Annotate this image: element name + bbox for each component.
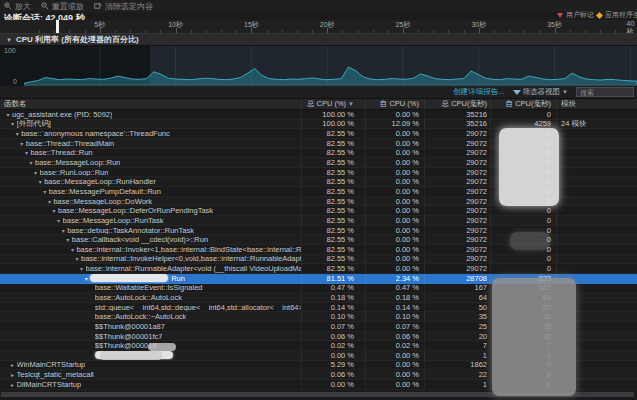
profiler-toolbar: 放大 重置缩放 清除选定内容: [0, 0, 637, 12]
search-input[interactable]: [576, 87, 634, 97]
module-cell: [556, 206, 637, 215]
total-cpu-pct-cell: 0.02 %: [301, 341, 365, 350]
self-cpu-ms-cell: 0: [490, 264, 556, 273]
column-header-function-name[interactable]: 函数名: [0, 99, 301, 109]
total-cpu-pct-cell: 82.55 %: [301, 187, 365, 196]
function-name: base::MessageLoop::DoWork: [53, 197, 152, 206]
total-cpu-pct-cell: 0.06 %: [301, 332, 365, 341]
total-cpu-ms-cell: 25: [424, 322, 490, 331]
column-header-module[interactable]: 模块: [556, 99, 637, 109]
tree-expander-icon[interactable]: ▾: [4, 111, 12, 118]
total-cpu-ms-cell: 22: [424, 370, 490, 379]
tree-expander-icon[interactable]: ▾: [73, 255, 81, 262]
total-cpu-ms-cell: 35216: [424, 120, 490, 129]
tree-expander-icon[interactable]: ▾: [68, 246, 76, 253]
column-header-total-cpu-pct[interactable]: 总 CPU (%) ▼: [301, 99, 365, 109]
total-cpu-ms-cell: 29072: [424, 264, 490, 273]
total-cpu-pct-cell: 0.00 %: [301, 351, 365, 360]
module-cell: [556, 139, 637, 148]
clear-selection-button[interactable]: 清除选定内容: [94, 1, 153, 12]
column-header-total-cpu-ms[interactable]: 总 CPU(毫秒): [424, 99, 490, 109]
create-detailed-report-link[interactable]: 创建详细报告...: [453, 87, 504, 97]
zoom-reset-label: 重置缩放: [52, 1, 84, 12]
total-cpu-ms-cell: 29072: [424, 129, 490, 138]
function-name: [外部代码]: [17, 120, 51, 129]
total-cpu-ms-cell: 29072: [424, 177, 490, 186]
ruler-tick-label: 10秒: [168, 20, 183, 30]
total-cpu-ms-cell: 29072: [424, 168, 490, 177]
column-header-self-cpu-pct[interactable]: 自 CPU (%): [365, 99, 424, 109]
ruler-tick-label: 30秒: [471, 20, 486, 30]
function-name: $$Thunk@00001fc7: [95, 332, 163, 341]
total-cpu-ms-cell: 29072: [424, 235, 490, 244]
tree-expander-icon[interactable]: ▾: [32, 169, 40, 176]
report-action-bar: 创建详细报告... 筛选器视图 ▼: [0, 86, 637, 99]
table-row[interactable]: ▾base::MessageLoop::RunTask82.55 %0.00 %…: [0, 216, 637, 226]
tree-expander-icon[interactable]: ▾: [50, 207, 58, 214]
tree-expander-icon[interactable]: ▾: [55, 217, 63, 224]
tree-expander-icon[interactable]: ▾: [45, 198, 53, 205]
tree-expander-icon[interactable]: ▾: [82, 275, 90, 282]
app-lifecycle-icon: [596, 11, 603, 18]
table-row[interactable]: ▾base::internal::InvokeHelper<0,void,bas…: [0, 255, 637, 265]
tree-expander-icon[interactable]: ▾: [36, 178, 44, 185]
column-header-self-cpu-ms[interactable]: 自 CPU(毫秒): [490, 99, 556, 109]
app-lifecycle-label: 应用程序生命周期事件: [605, 10, 637, 20]
function-name: base::RunLoop::Run: [40, 168, 109, 177]
tree-expander-icon[interactable]: ▸: [9, 381, 17, 388]
self-cpu-pct-cell: 0.10 %: [365, 312, 424, 321]
cpu-section-title: CPU 利用率 (所有处理器的百分比): [16, 34, 139, 45]
tree-expander-icon[interactable]: ▾: [64, 236, 72, 243]
tree-expander-icon[interactable]: ▾: [18, 140, 26, 147]
function-name: base::Thread::Run: [30, 149, 92, 158]
self-cpu-pct-cell: 0.00 %: [365, 216, 424, 225]
tree-expander-icon[interactable]: ▸: [9, 371, 17, 378]
clear-selection-icon: [94, 2, 102, 10]
tree-expander-icon[interactable]: ▾: [13, 130, 21, 137]
cpu-section-header[interactable]: ▼ CPU 利用率 (所有处理器的百分比): [0, 33, 637, 46]
total-cpu-ms-cell: 35216: [424, 110, 490, 119]
tree-expander-icon[interactable]: ▾: [78, 265, 86, 272]
total-cpu-ms-cell: 29072: [424, 216, 490, 225]
filter-view-dropdown[interactable]: 筛选器视图 ▼: [513, 87, 568, 97]
self-cpu-pct-cell: 0.00 %: [365, 235, 424, 244]
timeline-legend: 用户标记 应用程序生命周期事件: [557, 10, 637, 20]
tree-expander-icon[interactable]: ▾: [41, 188, 49, 195]
table-row[interactable]: ▾base::internal::RunnableAdapter<void (_…: [0, 264, 637, 274]
ruler-tick-label: 20秒: [320, 20, 335, 30]
self-cpu-pct-cell: 0.00 %: [365, 177, 424, 186]
table-row[interactable]: ▾base::MessageLoop::DeferOrRunPendingTas…: [0, 206, 637, 216]
table-row[interactable]: ▾ugc_assistant.exe (PID: 5092)100.00 %0.…: [0, 110, 637, 120]
total-cpu-pct-cell: 82.55 %: [301, 226, 365, 235]
tree-expander-icon[interactable]: ▾: [22, 149, 30, 156]
cpu-utilization-graph[interactable]: 100 0: [0, 46, 637, 86]
y-axis-min-label: 0: [13, 78, 17, 85]
total-cpu-pct-cell: 82.55 %: [301, 139, 365, 148]
function-name: base::MessageLoop::RunTask: [63, 216, 164, 225]
function-name: base::Thread::ThreadMain: [26, 139, 114, 148]
total-cpu-pct-cell: 82.55 %: [301, 245, 365, 254]
module-cell: 24 模块: [556, 120, 637, 129]
total-cpu-pct-cell: 81.51 %: [301, 274, 365, 283]
zoom-reset-button[interactable]: 重置缩放: [41, 1, 84, 12]
cpu-area-chart: [24, 46, 637, 86]
redaction-blob-bottom-right: [492, 278, 576, 396]
total-cpu-pct-cell: 82.55 %: [301, 177, 365, 186]
filter-funnel-icon: [513, 90, 521, 95]
function-name: base::Callback<void __cdecl(void)>::Run: [72, 235, 208, 244]
total-cpu-pct-cell: 0.14 %: [301, 303, 365, 312]
module-cell: [556, 168, 637, 177]
tree-expander-icon[interactable]: ▾: [27, 159, 35, 166]
zoom-in-button[interactable]: 放大: [4, 1, 31, 12]
module-cell: [556, 149, 637, 158]
function-name: base::`anonymous namespace'::ThreadFunc: [21, 129, 170, 138]
module-cell: [556, 158, 637, 167]
time-ruler[interactable]: 5秒10秒15秒20秒25秒30秒35秒40秒: [0, 20, 637, 33]
total-cpu-pct-cell: 0.47 %: [301, 284, 365, 293]
tree-expander-icon[interactable]: ▸: [9, 361, 17, 368]
tree-expander-icon[interactable]: ▾: [9, 120, 17, 127]
filter-view-label: 筛选器视图: [523, 87, 561, 97]
self-cpu-pct-cell: 0.47 %: [365, 284, 424, 293]
function-name: base::WaitableEvent::IsSignaled: [95, 284, 203, 293]
tree-expander-icon[interactable]: ▾: [59, 227, 67, 234]
